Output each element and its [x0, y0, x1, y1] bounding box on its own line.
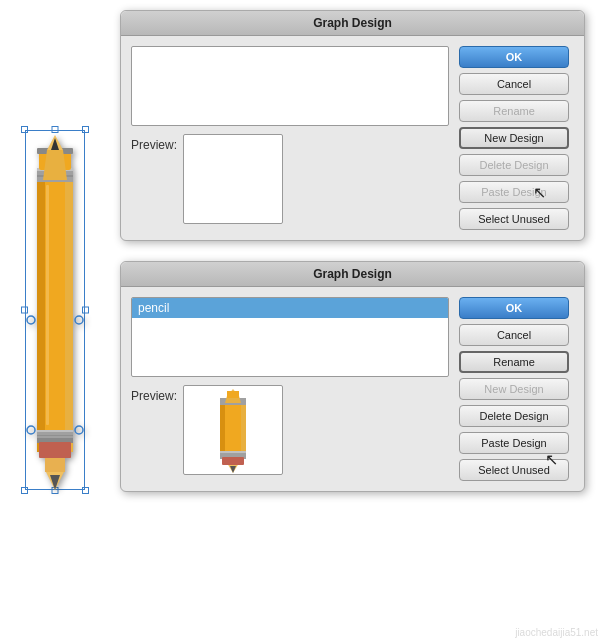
dialogs-container: Graph Design Preview: OK Cancel Rename N… [120, 10, 585, 512]
dialog-top-paste-button[interactable]: Paste Design [459, 181, 569, 203]
dialog-bottom-select-unused-button[interactable]: Select Unused [459, 459, 569, 481]
pencil-svg [25, 130, 85, 490]
dialog-bottom-delete-button[interactable]: Delete Design [459, 405, 569, 427]
dialog-top-listbox[interactable] [131, 46, 449, 126]
dialog-top-preview-label: Preview: [131, 134, 177, 152]
dialog-top-left: Preview: [131, 46, 449, 230]
dialog-top: Graph Design Preview: OK Cancel Rename N… [120, 10, 585, 241]
dialog-top-select-unused-button[interactable]: Select Unused [459, 208, 569, 230]
dialog-top-title: Graph Design [121, 11, 584, 36]
dialog-top-ok-button[interactable]: OK [459, 46, 569, 68]
svg-rect-37 [227, 391, 239, 398]
dialog-bottom-list-item-pencil[interactable]: pencil [132, 298, 448, 318]
dialog-bottom-paste-button[interactable]: Paste Design [459, 432, 569, 454]
svg-rect-19 [46, 185, 49, 425]
dialog-bottom-preview-row: Preview: [131, 385, 449, 475]
svg-rect-8 [39, 442, 71, 458]
svg-point-21 [75, 316, 83, 324]
svg-rect-28 [220, 403, 225, 457]
dialog-bottom: Graph Design pencil Preview: [120, 261, 585, 492]
svg-rect-10 [37, 435, 73, 436]
svg-rect-32 [220, 451, 246, 453]
dialog-top-preview-row: Preview: [131, 134, 449, 224]
dialog-bottom-preview-label: Preview: [131, 385, 177, 403]
svg-rect-31 [222, 457, 244, 465]
svg-point-20 [27, 316, 35, 324]
svg-rect-5 [65, 180, 73, 452]
svg-rect-9 [37, 430, 73, 432]
dialog-bottom-buttons: OK Cancel Rename New Design Delete Desig… [459, 297, 574, 481]
svg-rect-29 [241, 403, 246, 457]
dialog-bottom-title: Graph Design [121, 262, 584, 287]
pencil-illustration [10, 20, 100, 600]
dialog-top-cancel-button[interactable]: Cancel [459, 73, 569, 95]
dialog-top-preview-box [183, 134, 283, 224]
dialog-bottom-rename-button[interactable]: Rename [459, 351, 569, 373]
dialog-bottom-listbox[interactable]: pencil [131, 297, 449, 377]
dialog-bottom-ok-button[interactable]: OK [459, 297, 569, 319]
dialog-top-delete-button[interactable]: Delete Design [459, 154, 569, 176]
watermark: jiaochedaijia51.net [513, 625, 600, 640]
svg-rect-4 [37, 180, 45, 452]
svg-marker-16 [43, 150, 67, 180]
dialog-bottom-new-design-button[interactable]: New Design [459, 378, 569, 400]
dialog-top-rename-button[interactable]: Rename [459, 100, 569, 122]
dialog-top-buttons: OK Cancel Rename New Design Delete Desig… [459, 46, 574, 230]
svg-point-22 [27, 426, 35, 434]
svg-point-23 [75, 426, 83, 434]
dialog-bottom-cancel-button[interactable]: Cancel [459, 324, 569, 346]
dialog-top-new-design-button[interactable]: New Design [459, 127, 569, 149]
svg-rect-27 [223, 403, 243, 457]
svg-marker-25 [230, 466, 236, 473]
dialog-bottom-preview-box [183, 385, 283, 475]
dialog-bottom-left: pencil Preview: [131, 297, 449, 481]
